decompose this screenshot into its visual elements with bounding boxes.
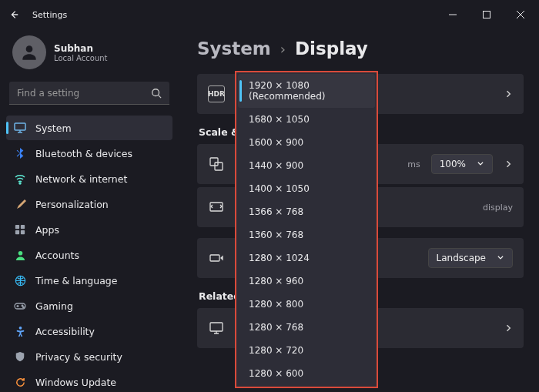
wifi-icon: [14, 173, 26, 185]
resolution-option[interactable]: 1600 × 900: [238, 131, 375, 154]
chevron-right-icon: [504, 321, 513, 336]
nav-item-time[interactable]: Time & language: [6, 268, 172, 293]
svg-rect-3: [15, 123, 25, 130]
system-icon: [14, 122, 26, 134]
gaming-icon: [14, 300, 26, 312]
search-wrap: [9, 82, 169, 105]
nav-label: Privacy & security: [35, 351, 122, 363]
profile-name: Subhan: [54, 43, 107, 54]
nav-label: Time & language: [35, 275, 117, 286]
resolution-option[interactable]: 1680 × 1050: [238, 108, 375, 131]
orientation-value: Landscape: [437, 253, 486, 263]
svg-rect-7: [15, 230, 19, 234]
svg-rect-19: [210, 323, 223, 331]
resolution-option[interactable]: 1280 × 768: [238, 316, 375, 339]
maximize-button[interactable]: [470, 2, 504, 27]
avatar: [12, 35, 46, 69]
profile-sub: Local Account: [54, 54, 107, 62]
nav-label: Apps: [35, 224, 59, 236]
clock-globe-icon: [14, 274, 26, 286]
svg-point-13: [23, 307, 25, 308]
resolution-option[interactable]: 1440 × 900: [238, 154, 375, 177]
nav-label: Windows Update: [35, 377, 116, 388]
scale-value: 100%: [440, 159, 466, 169]
svg-rect-8: [21, 230, 25, 234]
update-icon: [14, 376, 26, 388]
accounts-icon: [14, 249, 26, 261]
back-button[interactable]: [6, 7, 22, 22]
nav-item-accessibility[interactable]: Accessibility: [6, 319, 172, 343]
resolution-option[interactable]: 1280 × 960: [238, 270, 375, 293]
svg-rect-5: [15, 225, 19, 229]
chevron-down-icon: [497, 253, 504, 263]
close-button[interactable]: [504, 2, 537, 27]
resolution-option[interactable]: 1280 × 800: [238, 293, 375, 316]
nav-label: System: [35, 122, 72, 134]
resolution-option[interactable]: 1400 × 1050: [238, 177, 375, 200]
nav-item-gaming[interactable]: Gaming: [6, 293, 172, 318]
resolution-icon: [208, 199, 225, 216]
nav-item-update[interactable]: Windows Update: [6, 370, 172, 392]
app-title: Settings: [32, 10, 67, 20]
profile[interactable]: Subhan Local Account: [6, 32, 172, 82]
nav-item-personalization[interactable]: Personalization: [6, 192, 172, 216]
nav-item-network[interactable]: Network & internet: [6, 166, 172, 191]
nav-label: Personalization: [35, 199, 109, 210]
search-icon: [151, 87, 162, 102]
titlebar-left: Settings: [6, 7, 436, 22]
nav-label: Accounts: [35, 250, 79, 261]
svg-rect-6: [21, 225, 25, 229]
svg-point-2: [152, 89, 159, 96]
apps-icon: [14, 223, 26, 236]
svg-rect-16: [215, 162, 223, 170]
nav-item-bluetooth[interactable]: Bluetooth & devices: [6, 141, 172, 166]
nav: System Bluetooth & devices Network & int…: [6, 116, 172, 392]
chevron-right-icon: ›: [280, 41, 286, 57]
nav-label: Bluetooth & devices: [35, 148, 132, 159]
nav-item-apps[interactable]: Apps: [6, 217, 172, 242]
resolution-dropdown-popup: 1920 × 1080 (Recommended) 1680 × 1050 16…: [235, 71, 378, 388]
resolution-option[interactable]: 1360 × 768: [238, 223, 375, 246]
orientation-dropdown[interactable]: Landscape: [428, 248, 513, 268]
titlebar: Settings: [0, 0, 539, 29]
sidebar: Subhan Local Account System Bluetooth & …: [0, 29, 179, 392]
resolution-option[interactable]: 1920 × 1080 (Recommended): [238, 74, 375, 108]
svg-rect-0: [484, 12, 490, 18]
resolution-option[interactable]: 1280 × 1024: [238, 246, 375, 270]
nav-label: Gaming: [35, 300, 73, 312]
minimize-button[interactable]: [436, 2, 470, 27]
svg-rect-15: [210, 158, 218, 166]
bluetooth-icon: [14, 147, 26, 159]
brush-icon: [14, 198, 26, 210]
nav-item-accounts[interactable]: Accounts: [6, 243, 172, 267]
orientation-icon: [208, 250, 225, 266]
nav-label: Network & internet: [35, 173, 127, 185]
chevron-right-icon: [504, 87, 513, 102]
window-controls: [436, 2, 537, 27]
svg-point-9: [18, 250, 22, 255]
accessibility-icon: [14, 325, 26, 337]
hdr-icon: HDR: [208, 85, 225, 102]
svg-point-14: [18, 326, 22, 329]
nav-item-system[interactable]: System: [6, 116, 172, 140]
chevron-right-icon: [504, 157, 513, 172]
shield-icon: [14, 350, 26, 363]
nav-label: Accessibility: [35, 326, 95, 337]
chevron-down-icon: [477, 159, 484, 169]
svg-point-1: [26, 45, 33, 52]
resolution-option[interactable]: 1280 × 600: [238, 362, 375, 385]
svg-point-4: [19, 183, 21, 184]
resolution-option[interactable]: 1366 × 768: [238, 200, 375, 223]
svg-point-12: [22, 305, 23, 307]
svg-rect-18: [210, 255, 219, 261]
search-input[interactable]: [9, 82, 169, 105]
crumb-parent[interactable]: System: [197, 39, 271, 59]
scale-icon: [208, 156, 225, 173]
breadcrumb: System › Display: [197, 39, 524, 59]
resolution-option[interactable]: 1280 × 720: [238, 339, 375, 362]
page-title: Display: [295, 39, 368, 59]
monitor-icon: [208, 320, 225, 337]
scale-dropdown[interactable]: 100%: [431, 154, 493, 174]
nav-item-privacy[interactable]: Privacy & security: [6, 344, 172, 369]
